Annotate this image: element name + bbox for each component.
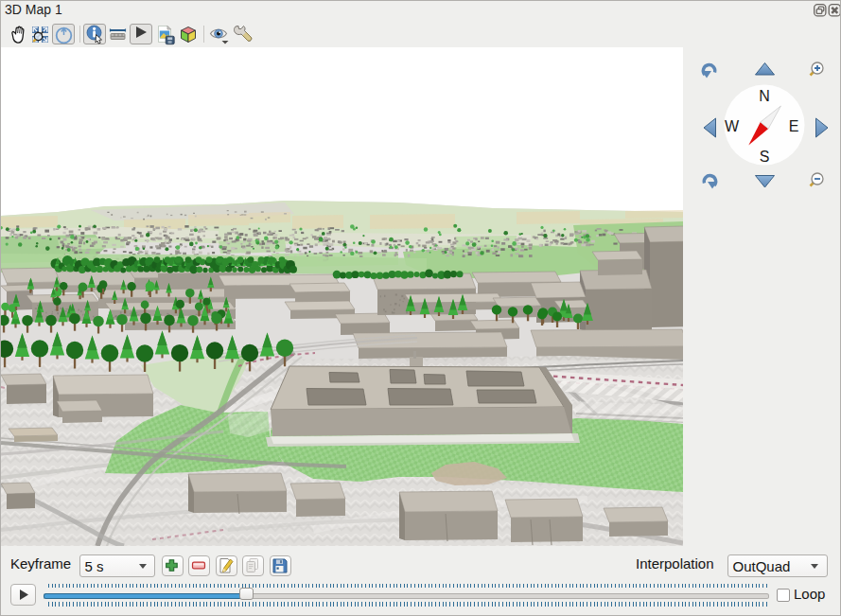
- svg-text:E: E: [789, 118, 799, 134]
- svg-text:W: W: [725, 118, 740, 134]
- svg-text:S: S: [760, 149, 770, 165]
- svg-text:N: N: [759, 88, 770, 104]
